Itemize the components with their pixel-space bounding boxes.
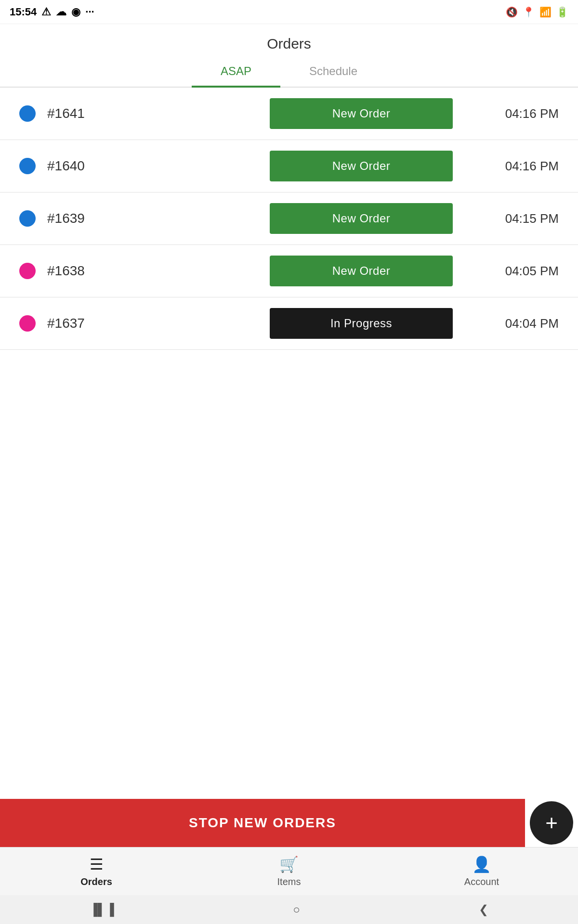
order-number-1639: #1639 <box>47 211 270 226</box>
nav-items-label: Items <box>277 876 301 887</box>
fab-add-button[interactable]: + <box>530 801 573 845</box>
battery-icon: 🔋 <box>556 6 568 18</box>
table-row[interactable]: #1639 New Order 04:15 PM <box>0 192 578 245</box>
stop-bar: STOP NEW ORDERS + <box>0 799 578 847</box>
record-icon: ◉ <box>71 6 80 18</box>
table-row[interactable]: #1637 In Progress 04:04 PM <box>0 297 578 350</box>
tab-asap[interactable]: ASAP <box>192 57 280 88</box>
new-order-button-1640[interactable]: New Order <box>270 151 453 181</box>
more-icon: ··· <box>85 6 94 18</box>
tab-schedule-label: Schedule <box>309 64 357 77</box>
order-time-1641: 04:16 PM <box>453 106 559 121</box>
new-order-button-1641[interactable]: New Order <box>270 98 453 129</box>
nav-orders-label: Orders <box>80 876 112 887</box>
nav-item-account[interactable]: 👤 Account <box>385 855 578 887</box>
page-title: Orders <box>0 24 578 57</box>
new-order-button-1638[interactable]: New Order <box>270 256 453 286</box>
bottom-nav: ☰ Orders 🛒 Items 👤 Account <box>0 847 578 895</box>
table-row[interactable]: #1638 New Order 04:05 PM <box>0 245 578 297</box>
location-icon: 📍 <box>523 6 535 18</box>
nav-account-label: Account <box>464 876 499 887</box>
order-time-1639: 04:15 PM <box>453 211 559 226</box>
orders-icon: ☰ <box>90 855 104 873</box>
order-time-1638: 04:05 PM <box>453 264 559 279</box>
order-time-1640: 04:16 PM <box>453 159 559 174</box>
alert-icon: ⚠ <box>41 6 51 18</box>
order-number-1637: #1637 <box>47 316 270 331</box>
order-number-1640: #1640 <box>47 158 270 174</box>
order-number-1638: #1638 <box>47 263 270 279</box>
home-button[interactable]: ○ <box>293 903 300 916</box>
time-label: 15:54 <box>10 6 37 18</box>
in-progress-button-1637[interactable]: In Progress <box>270 308 453 339</box>
tab-asap-label: ASAP <box>221 64 251 77</box>
status-dot-1641 <box>19 105 36 122</box>
items-icon: 🛒 <box>279 855 299 873</box>
system-nav: ▐▌▐ ○ ❮ <box>0 895 578 924</box>
mute-icon: 🔇 <box>506 6 518 18</box>
order-number-1641: #1641 <box>47 106 270 121</box>
status-dot-1637 <box>19 315 36 332</box>
status-time: 15:54 ⚠ ☁ ◉ ··· <box>10 6 94 18</box>
tabs-container: ASAP Schedule <box>0 57 578 88</box>
back-button[interactable]: ❮ <box>479 903 488 916</box>
order-time-1637: 04:04 PM <box>453 316 559 331</box>
recent-apps-button[interactable]: ▐▌▐ <box>90 903 114 916</box>
order-list: #1641 New Order 04:16 PM #1640 New Order… <box>0 88 578 350</box>
nav-item-orders[interactable]: ☰ Orders <box>0 855 193 887</box>
status-icons: 🔇 📍 📶 🔋 <box>506 6 568 18</box>
table-row[interactable]: #1641 New Order 04:16 PM <box>0 88 578 140</box>
new-order-button-1639[interactable]: New Order <box>270 203 453 234</box>
table-row[interactable]: #1640 New Order 04:16 PM <box>0 140 578 192</box>
nav-item-items[interactable]: 🛒 Items <box>193 855 385 887</box>
status-dot-1639 <box>19 210 36 227</box>
stop-new-orders-button[interactable]: STOP NEW ORDERS <box>0 799 525 847</box>
wifi-icon: 📶 <box>539 6 552 18</box>
account-icon: 👤 <box>472 855 491 873</box>
tab-schedule[interactable]: Schedule <box>280 57 386 88</box>
status-bar: 15:54 ⚠ ☁ ◉ ··· 🔇 📍 📶 🔋 <box>0 0 578 24</box>
cloud-icon: ☁ <box>56 6 66 18</box>
status-dot-1640 <box>19 158 36 174</box>
status-dot-1638 <box>19 263 36 279</box>
